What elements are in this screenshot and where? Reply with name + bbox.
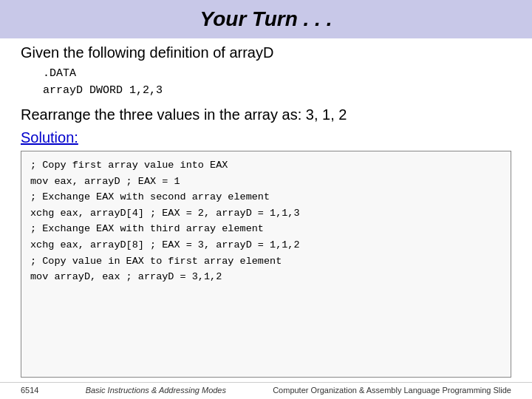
code-line-8: mov arrayD, eax ; arrayD = 3,1,2 <box>30 269 502 285</box>
footer-course: Computer Organization & Assembly Languag… <box>273 386 511 395</box>
solution-label: Solution: <box>21 129 511 146</box>
code-line-6: xchg eax, arrayD[8] ; EAX = 3, arrayD = … <box>30 237 502 253</box>
code-line-5: ; Exchange EAX with third array element <box>30 221 502 237</box>
slide-title: Your Turn . . . <box>0 0 532 38</box>
data-definition: .DATA arrayD DWORD 1,2,3 <box>43 66 511 99</box>
code-line-1: ; Copy first array value into EAX <box>30 157 502 174</box>
code-line-4: xchg eax, arrayD[4] ; EAX = 2, arrayD = … <box>30 205 502 222</box>
solution-code-box: ; Copy first array value into EAX mov ea… <box>21 151 511 378</box>
rearrange-text: Rearrange the three values in the array … <box>21 106 511 123</box>
slide-footer: 6514 Basic Instructions & Addressing Mod… <box>0 382 532 399</box>
slide: Your Turn . . . Given the following defi… <box>0 0 532 399</box>
slide-content: Given the following definition of arrayD… <box>0 44 532 382</box>
title-text: Your Turn . . . <box>200 7 332 30</box>
intro-text: Given the following definition of arrayD <box>21 44 511 61</box>
code-line-2: mov eax, arrayD ; EAX = 1 <box>30 174 502 190</box>
footer-title: Basic Instructions & Addressing Modes <box>86 386 226 395</box>
code-line-3: ; Exchange EAX with second array element <box>30 189 502 205</box>
code-line-7: ; Copy value in EAX to first array eleme… <box>30 253 502 270</box>
data-def-line: arrayD DWORD 1,2,3 <box>43 83 511 100</box>
data-directive-line: .DATA <box>43 66 511 83</box>
footer-page-number: 6514 <box>21 386 38 395</box>
